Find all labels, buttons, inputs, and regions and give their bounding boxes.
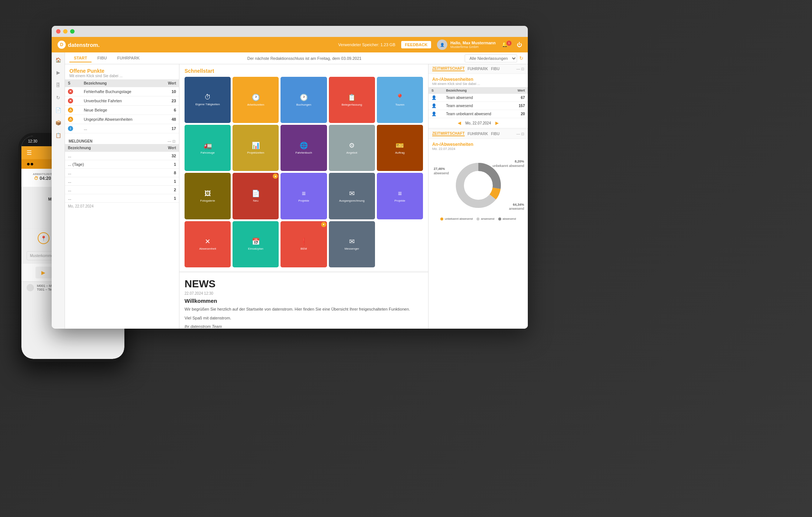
expand-icon[interactable]: ⊡ — [172, 139, 175, 143]
label-cell: Unverbuchte Fahrten — [81, 96, 159, 106]
phone-play-button[interactable]: ▶ — [35, 267, 52, 278]
power-icon[interactable]: ⏻ — [517, 42, 522, 48]
right-tab-fibu-1[interactable]: FIBU — [491, 67, 499, 71]
user-name-block: Hallo, Max Mustermann Musterfirma GmbH — [450, 41, 496, 49]
tile-eigene-taetigkeiten[interactable]: ⏱ Eigene Tätigkeiten — [185, 77, 231, 123]
tile-auftrag[interactable]: 🎫 Auftrag — [377, 125, 423, 171]
feedback-button[interactable]: FEEDBACK — [401, 41, 431, 48]
minimize-icon[interactable]: — — [168, 139, 171, 143]
bell-icon[interactable]: 🔔1 — [502, 41, 513, 48]
browser-close-btn[interactable] — [56, 29, 61, 34]
table-row[interactable]: ... 1 — [65, 194, 179, 203]
sidebar-box-icon[interactable]: 📦 — [54, 118, 63, 127]
date-prev-btn-1[interactable]: ◀ — [458, 120, 461, 126]
table-row[interactable]: 👤 Team anwesend 157 — [429, 102, 528, 110]
value-cell: 2 — [142, 186, 179, 194]
meldungen-header: Bezeichnung Wert — [65, 144, 179, 152]
tile-label: Projektzeiten — [247, 151, 264, 155]
tile-einsatzplan[interactable]: 📅 Einsatzplan — [233, 221, 279, 267]
legend-dot-orange — [440, 218, 443, 220]
right-expand-1[interactable]: ⊡ — [521, 67, 524, 71]
tile-neu[interactable]: 📄 Neu ● — [233, 173, 279, 219]
table-row[interactable]: ... 8 — [65, 169, 179, 177]
refresh-icon[interactable]: ↻ — [519, 55, 523, 61]
tile-fahrzeuge[interactable]: 🚛 Fahrzeuge — [185, 125, 231, 171]
sidebar-db-icon[interactable]: 🗄 — [54, 81, 63, 89]
table-row[interactable]: ✕ Fehlerhafte Buchungstage 10 — [65, 87, 179, 96]
tile-fotogalerie[interactable]: 🖼 Fotogalerie — [185, 173, 231, 219]
date-next-btn-1[interactable]: ▶ — [495, 120, 499, 126]
sidebar-play-icon[interactable]: ▶ — [54, 68, 63, 77]
browser-maximize-btn[interactable] — [70, 29, 75, 34]
tile-projektzeiten[interactable]: 📊 Projektzeiten — [233, 125, 279, 171]
offene-punkte-subtitle: Mit einem Klick sind Sie dabei ... — [69, 74, 175, 78]
right-tab-fibu-2[interactable]: FIBU — [491, 132, 499, 136]
user-info: 👤 Hallo, Max Mustermann Musterfirma GmbH — [437, 40, 496, 50]
tile-ausgangsrechnung[interactable]: ✉ Ausgangsrechnung — [329, 173, 375, 219]
tile-label: Belegerfassung — [341, 103, 362, 107]
right-table-1: S Bezeichnung Wert 👤 Team abwesend 67 — [429, 87, 528, 118]
phone-menu-icon[interactable]: ☰ — [27, 149, 32, 156]
right-tabs-2: ZEITWIRTSCHAFT FUHRPARK FIBU — ⊡ — [429, 129, 528, 139]
tile-label: Projekte — [298, 199, 309, 203]
tile-projekte-2[interactable]: ≡ Projekte — [377, 173, 423, 219]
table-row[interactable]: ... 1 — [65, 177, 179, 186]
right-tab-fuhrpark-1[interactable]: FUHRPARK — [468, 67, 488, 71]
tile-buchungen[interactable]: 🕐 Buchungen — [281, 77, 327, 123]
label-cell: ... — [65, 177, 142, 186]
tile-icon: 🚛 — [204, 141, 212, 150]
tile-angebot[interactable]: ⚙ Angebot — [329, 125, 375, 171]
browser-minimize-btn[interactable] — [63, 29, 68, 34]
tile-arbeitszeiten[interactable]: 🕐 Arbeitszeiten — [233, 77, 279, 123]
right-tab-zeitwirtschaft-1[interactable]: ZEITWIRTSCHAFT — [432, 66, 465, 71]
tab-fuhrpark[interactable]: FUHRPARK — [113, 54, 144, 62]
table-row[interactable]: 👤 Team abwesend 67 — [429, 94, 528, 102]
right-minimize-1[interactable]: — — [516, 67, 520, 71]
status-icon-yellow-2: ⚠ — [68, 117, 73, 122]
table-row[interactable]: ... 32 — [65, 152, 179, 160]
tile-icon: 🖼 — [204, 190, 211, 198]
table-row[interactable]: ... (Tage) 1 — [65, 160, 179, 169]
tile-label: Buchungen — [296, 103, 311, 107]
right-minimize-2[interactable]: — — [516, 132, 520, 136]
table-row[interactable]: ⚠ Ungeprüfte Abwesenheiten 48 — [65, 115, 179, 124]
tile-label: Projekte — [395, 199, 405, 203]
table-row[interactable]: ⚠ Neue Belege 6 — [65, 106, 179, 115]
tile-messenger[interactable]: ✉ Messenger — [329, 221, 375, 267]
right-table-body: 👤 Team abwesend 67 👤 Team anwesend 157 — [429, 94, 528, 118]
legend-dot-gray — [498, 218, 501, 220]
legend-label-abwesend: abwesend — [503, 217, 516, 220]
value-cell-r: 20 — [510, 110, 528, 118]
right-tab-zeitwirtschaft-2[interactable]: ZEITWIRTSCHAFT — [432, 131, 465, 136]
tile-abwesenheit[interactable]: ✕ Abwesenheit — [185, 221, 231, 267]
tile-fahrtenbuch[interactable]: 🌐 Fahrtenbuch — [281, 125, 327, 171]
col-s-r: S — [429, 87, 443, 94]
sidebar-refresh-icon[interactable]: ↻ — [54, 93, 63, 102]
table-row[interactable]: i ... 17 — [65, 124, 179, 133]
tile-icon: 📋 — [348, 93, 356, 102]
right-expand-2[interactable]: ⊡ — [521, 132, 524, 136]
news-body-2: Viel Spaß mit datenstrom. — [185, 315, 423, 321]
tile-bem[interactable]: ❗ BEM ● — [281, 221, 327, 267]
right-tab-fuhrpark-2[interactable]: FUHRPARK — [468, 132, 488, 136]
tab-start[interactable]: START — [69, 54, 92, 62]
value-cell: 48 — [159, 115, 179, 124]
tile-belegerfassung[interactable]: 📋 Belegerfassung — [329, 77, 375, 123]
tile-projekte[interactable]: ≡ Projekte — [281, 173, 327, 219]
sidebar-doc-icon[interactable]: 📄 — [54, 106, 63, 114]
table-row[interactable]: 👤 Team unbekannt abwesend 20 — [429, 110, 528, 118]
table-row[interactable]: ✕ Unverbuchte Fahrten 23 — [65, 96, 179, 106]
phone-location-icon[interactable]: 📍 — [38, 232, 49, 244]
tab-fibu[interactable]: FIBU — [93, 54, 111, 62]
donut-label-bottom-right: 64,34%anwesend — [509, 203, 524, 211]
tile-icon: ✉ — [349, 189, 355, 198]
table-row[interactable]: ... 2 — [65, 186, 179, 194]
table-header-row: S Bezeichnung Wert — [65, 79, 179, 87]
col-s: S — [65, 79, 81, 87]
sidebar-home-icon[interactable]: 🏠 — [54, 55, 63, 64]
filter-select[interactable]: Alle Niederlassungen — [465, 54, 517, 62]
right-panel: ZEITWIRTSCHAFT FUHRPARK FIBU — ⊡ An-/Abw… — [428, 64, 528, 329]
sidebar-copy-icon[interactable]: 📋 — [54, 131, 63, 140]
tile-touren[interactable]: 📍 Touren — [377, 77, 423, 123]
label-cell: Neue Belege — [81, 106, 159, 115]
